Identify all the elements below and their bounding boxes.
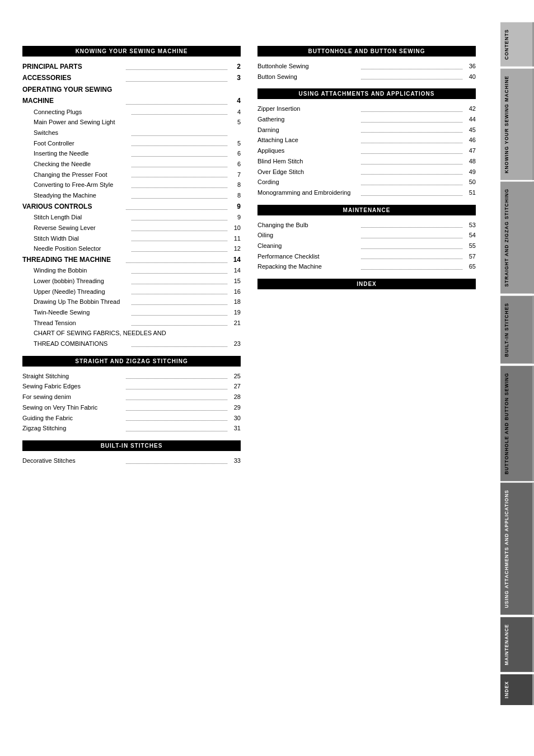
tab-index[interactable]: INDEX [500, 674, 534, 705]
section-header: STRAIGHT AND ZIGZAG STITCHING [22, 356, 241, 367]
tab-using-attachments-and-applications[interactable]: USING ATTACHMENTS AND APPLICATIONS [500, 483, 534, 615]
toc-entry: Lower (bobbin) Threading 15 [22, 276, 241, 287]
toc-entry: Steadying the Machine 8 [22, 190, 241, 201]
toc-entry: Sewing Fabric Edges 27 [22, 381, 241, 392]
section-block: BUILT-IN STITCHES Decorative Stitches 33 [22, 440, 241, 466]
section-header: USING ATTACHMENTS AND APPLICATIONS [257, 88, 476, 99]
toc-dots [126, 254, 227, 263]
toc-label: Main Power and Sewing Light Switches [34, 117, 129, 138]
toc-dots [132, 307, 227, 316]
toc-label: Lower (bobbin) Threading [34, 276, 129, 287]
toc-label: Stitch Width Dial [34, 233, 129, 244]
toc-page: 14 [229, 265, 241, 276]
toc-dots [132, 117, 227, 135]
toc-label: Performance Checklist [257, 251, 359, 262]
toc-dots [361, 72, 462, 80]
toc-entry: Decorative Stitches 33 [22, 456, 241, 466]
toc-entry: Darning 45 [257, 125, 476, 135]
toc-dots [132, 159, 227, 167]
toc-entry: Checking the Needle 6 [22, 159, 241, 170]
toc-dots [361, 261, 462, 270]
toc-entry: Foot Controller 5 [22, 138, 241, 149]
toc-entry: MACHINE 4 [22, 95, 241, 106]
toc-dots [132, 190, 227, 199]
toc-label: Steadying the Machine [34, 190, 129, 201]
toc-page: 47 [465, 145, 476, 156]
toc-label: THREAD COMBINATIONS [34, 339, 129, 349]
toc-label: OPERATING YOUR SEWING [22, 84, 229, 95]
toc-dots [126, 423, 227, 431]
toc-page: 36 [465, 61, 476, 72]
toc-entry: Stitch Width Dial 11 [22, 233, 241, 244]
toc-page: 3 [229, 72, 241, 83]
toc-dots [132, 180, 227, 188]
toc-page: 14 [229, 254, 241, 265]
toc-dots [361, 177, 462, 185]
toc-dots [126, 402, 227, 411]
toc-label: Cleaning [257, 241, 359, 251]
toc-dots [132, 339, 227, 347]
toc-label: Decorative Stitches [22, 456, 124, 466]
toc-label: Changing the Bulb [257, 220, 359, 231]
toc-dots [361, 187, 462, 196]
tab-maintenance[interactable]: MAINTENANCE [500, 617, 534, 672]
toc-entry: Reverse Sewing Lever 10 [22, 223, 241, 233]
toc-label: Drawing Up The Bobbin Thread [34, 297, 129, 307]
toc-page: 25 [229, 371, 241, 382]
toc-page: 27 [229, 381, 241, 392]
toc-page: 8 [229, 180, 241, 190]
toc-dots [126, 371, 227, 379]
toc-entry: Stitch Length Dial 9 [22, 212, 241, 223]
tab-contents[interactable]: CONTENTS [500, 22, 534, 67]
toc-page: 12 [229, 243, 241, 254]
main-content: KNOWING YOUR SEWING MACHINE PRINCIPAL PA… [0, 0, 493, 756]
tab-buttonhole-and-button-sewing[interactable]: BUTTONHOLE AND BUTTON SEWING [500, 366, 534, 481]
toc-page: 57 [465, 251, 476, 262]
toc-dots [132, 212, 227, 220]
toc-label: Gathering [257, 114, 359, 125]
toc-page: 9 [229, 201, 241, 212]
toc-label: Repacking the Machine [257, 261, 359, 272]
toc-page: 49 [465, 167, 476, 177]
toc-label: Darning [257, 125, 359, 135]
toc-dots [361, 125, 462, 133]
toc-page: 11 [229, 233, 241, 244]
toc-page: 29 [229, 402, 241, 413]
toc-entry: Connecting Plugs 4 [22, 107, 241, 118]
toc-label: Sewing Fabric Edges [22, 381, 124, 392]
toc-label: PRINCIPAL PARTS [22, 61, 124, 72]
toc-label: ACCESSORIES [22, 72, 124, 83]
toc-label: Needle Position Selector [34, 243, 129, 254]
toc-page: 54 [465, 230, 476, 241]
toc-dots [361, 167, 462, 175]
toc-page [229, 328, 241, 339]
toc-page: 30 [229, 413, 241, 424]
toc-dots [361, 104, 462, 112]
toc-label: Guiding the Fabric [22, 413, 124, 424]
toc-entry: ACCESSORIES 3 [22, 72, 241, 83]
toc-page: 15 [229, 276, 241, 287]
toc-label: Straight Stitching [22, 371, 124, 382]
toc-dots [361, 251, 462, 260]
section-block: KNOWING YOUR SEWING MACHINE PRINCIPAL PA… [22, 46, 241, 349]
toc-entry: Guiding the Fabric 30 [22, 413, 241, 424]
toc-entry: Cleaning 55 [257, 241, 476, 251]
toc-entry: For sewing denim 28 [22, 392, 241, 402]
toc-page: 53 [465, 220, 476, 231]
section-header: BUILT-IN STITCHES [22, 440, 241, 451]
tab-built-in-stitches[interactable]: BUILT-IN STITCHES [500, 296, 534, 364]
toc-page: 23 [229, 339, 241, 349]
toc-entry: THREAD COMBINATIONS 23 [22, 339, 241, 349]
toc-page: 7 [229, 170, 241, 180]
toc-label: Reverse Sewing Lever [34, 223, 129, 233]
toc-page: 18 [229, 297, 241, 307]
toc-label: Attaching Lace [257, 135, 359, 145]
toc-page: 4 [229, 95, 241, 106]
tab-knowing-your-sewing-machine[interactable]: KNOWING YOUR SEWING MACHINE [500, 69, 534, 180]
toc-page: 55 [465, 241, 476, 251]
tab-straight-and-zigzag-stitching[interactable]: STRAIGHT AND ZIGZAG STITCHING [500, 182, 534, 294]
toc-entry: Repacking the Machine 65 [257, 261, 476, 272]
section-header: INDEX [257, 279, 476, 289]
toc-entry: Gathering 44 [257, 114, 476, 125]
toc-dots [361, 145, 462, 154]
